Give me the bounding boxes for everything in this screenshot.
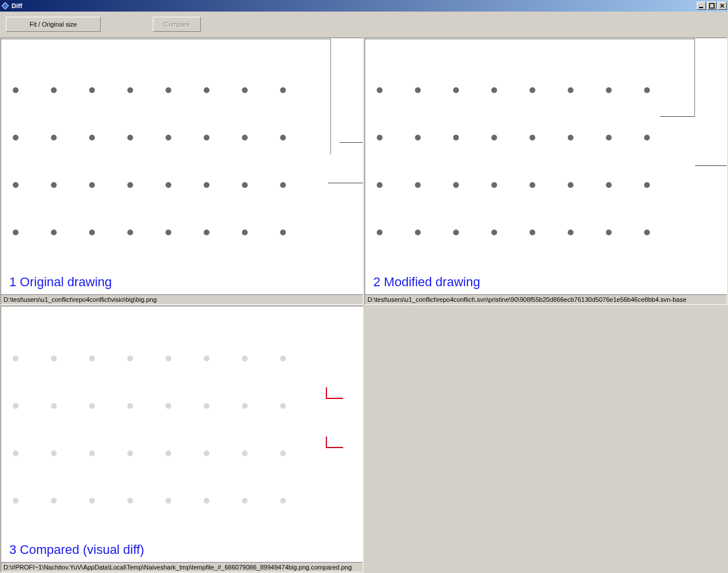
svg-marker-0: [2, 2, 9, 9]
drawing-notch: [660, 116, 695, 117]
frame-edge: [365, 39, 695, 39]
panel-original-path: D:\test\users\u1_conflict\repo4conflict\…: [1, 294, 363, 304]
toolbar: Fit / Original size Compare: [0, 12, 728, 37]
panel-compared-viewport[interactable]: 3 Compared (visual diff): [1, 306, 363, 563]
frame-edge: [694, 39, 695, 117]
panel-modified-viewport[interactable]: 2 Modified drawing: [365, 38, 727, 294]
app-icon: [1, 2, 9, 10]
frame-edge: [1, 39, 331, 39]
panel-modified: 2 Modified drawing D:\test\users\u1_conf…: [365, 38, 727, 305]
compare-button: Compare: [153, 17, 201, 32]
svg-rect-2: [709, 3, 714, 8]
panel-empty: [365, 306, 727, 573]
fit-original-size-button[interactable]: Fit / Original size: [6, 17, 101, 32]
window-controls: [697, 2, 727, 10]
drawing-notch: [328, 183, 363, 183]
panel-original-viewport[interactable]: 1 Original drawing: [1, 38, 363, 294]
minimize-button[interactable]: [697, 2, 706, 10]
drawing-dot-grid: [13, 87, 318, 277]
panel-compared: 3 Compared (visual diff) D:\#PROFI~1\Nac…: [1, 306, 363, 573]
svg-rect-1: [699, 7, 703, 8]
diff-highlight: [326, 387, 343, 399]
diff-highlight: [326, 437, 343, 448]
window-title: Diff: [12, 2, 697, 9]
panel-modified-path: D:\test\users\u1_conflict\repo4conflict\…: [365, 294, 727, 304]
window-titlebar: Diff: [0, 0, 728, 12]
panels-container: 1 Original drawing D:\test\users\u1_conf…: [0, 37, 728, 573]
panel-original: 1 Original drawing D:\test\users\u1_conf…: [1, 38, 363, 305]
drawing-notch: [340, 142, 363, 143]
drawing-notch: [695, 165, 727, 166]
panel-label: 3 Compared (visual diff): [9, 542, 144, 557]
drawing-dot-grid: [377, 87, 682, 277]
drawing-dot-grid: [13, 356, 318, 545]
panel-compared-path: D:\#PROFI~1\Nachitov.YuV\AppData\Local\T…: [1, 562, 363, 572]
frame-edge: [330, 39, 331, 154]
panel-label: 1 Original drawing: [9, 275, 112, 290]
maximize-button[interactable]: [707, 2, 716, 10]
panel-label: 2 Modified drawing: [373, 275, 480, 290]
close-button[interactable]: [718, 2, 727, 10]
